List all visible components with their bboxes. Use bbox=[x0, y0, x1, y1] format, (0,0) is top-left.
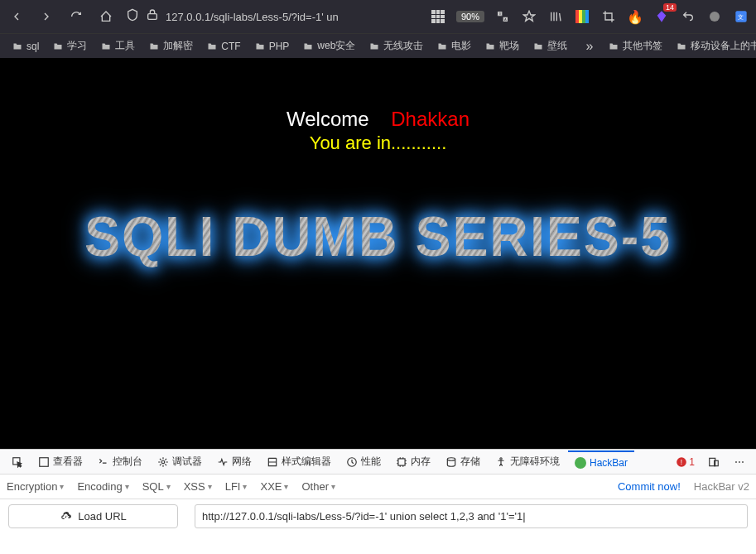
svg-point-3 bbox=[710, 12, 720, 22]
sqli-title: SQLI DUMB SERIES-5 bbox=[19, 204, 737, 268]
zoom-level[interactable]: 90% bbox=[456, 11, 484, 22]
browser-toolbar: 127.0.0.1/sqli-labs/Less-5/?id=-1' un 90… bbox=[0, 0, 756, 33]
welcome-name: Dhakkan bbox=[391, 108, 469, 130]
devtools-tab-debugger[interactable]: 调试器 bbox=[151, 450, 209, 474]
hackbar-toolbar: Encryption Encoding SQL XSS LFI XXE Othe… bbox=[0, 474, 756, 499]
hb-lfi[interactable]: LFI bbox=[225, 480, 248, 493]
shield-icon bbox=[126, 8, 139, 25]
bookmarks-overflow[interactable]: » bbox=[579, 39, 600, 54]
devtools-tab-inspector[interactable]: 查看器 bbox=[31, 450, 89, 474]
bookmark-mobile[interactable]: 移动设备上的书 bbox=[671, 37, 756, 55]
hb-encryption[interactable]: Encryption bbox=[7, 480, 64, 493]
devtools-tab-style[interactable]: 样式编辑器 bbox=[260, 450, 338, 474]
svg-text:!: ! bbox=[681, 458, 682, 465]
hackbar-icon bbox=[575, 457, 586, 469]
svg-text:文: 文 bbox=[498, 12, 502, 16]
svg-point-8 bbox=[161, 460, 165, 464]
svg-rect-0 bbox=[148, 14, 157, 20]
hb-encoding[interactable]: Encoding bbox=[77, 480, 128, 493]
hb-sql[interactable]: SQL bbox=[142, 480, 171, 493]
bookmark-other[interactable]: 其他书签 bbox=[603, 37, 667, 55]
svg-point-12 bbox=[500, 457, 502, 459]
hackbar-url-input[interactable] bbox=[195, 504, 748, 528]
star-icon[interactable] bbox=[521, 8, 537, 25]
globe-icon[interactable] bbox=[706, 8, 723, 25]
bookmark-wireless[interactable]: 无线攻击 bbox=[364, 37, 428, 55]
devtools-tabs: 查看器 控制台 调试器 网络 样式编辑器 性能 内存 存储 无障碍环境 Hack… bbox=[0, 449, 756, 474]
hb-xss[interactable]: XSS bbox=[184, 480, 212, 493]
welcome-row: Welcome Dhakkan bbox=[0, 108, 756, 131]
nav-forward-button[interactable] bbox=[36, 7, 56, 26]
fire-icon[interactable]: 🔥 bbox=[627, 8, 643, 25]
svg-text:文: 文 bbox=[738, 13, 744, 21]
hackbar-bottom: Load URL bbox=[0, 499, 756, 554]
translate2-icon[interactable]: 文 bbox=[733, 8, 749, 25]
hackbar-version: HackBar v2 bbox=[694, 480, 749, 493]
crop-icon[interactable] bbox=[600, 8, 617, 25]
devtools-tab-accessibility[interactable]: 无障碍环境 bbox=[489, 450, 566, 474]
bookmark-movies[interactable]: 电影 bbox=[431, 37, 476, 55]
hb-xxe[interactable]: XXE bbox=[260, 480, 288, 493]
svg-rect-7 bbox=[40, 457, 49, 466]
devtools-inspector-picker[interactable] bbox=[5, 450, 30, 474]
bookmark-websec[interactable]: web安全 bbox=[297, 37, 360, 55]
welcome-text: Welcome bbox=[287, 108, 369, 130]
devtools-tab-console[interactable]: 控制台 bbox=[91, 450, 149, 474]
commit-link[interactable]: Commit now! bbox=[618, 480, 681, 493]
bookmark-crypto[interactable]: 加解密 bbox=[143, 37, 198, 55]
svg-rect-10 bbox=[398, 458, 405, 465]
url-bar[interactable]: 127.0.0.1/sqli-labs/Less-5/?id=-1' un bbox=[126, 8, 420, 25]
bookmark-ctf[interactable]: CTF bbox=[201, 39, 245, 54]
page-content: Welcome Dhakkan You are in........... SQ… bbox=[0, 58, 756, 449]
lock-icon bbox=[146, 8, 159, 25]
you-are-in-text: You are in........... bbox=[0, 132, 756, 154]
badge-count: 14 bbox=[663, 3, 677, 12]
bookmark-sql[interactable]: sql bbox=[7, 39, 44, 54]
bookmarks-bar: sql 学习 工具 加解密 CTF PHP web安全 无线攻击 电影 靶场 壁… bbox=[0, 33, 756, 58]
translate-icon[interactable]: 文A bbox=[494, 8, 511, 25]
devtools-tab-storage[interactable]: 存储 bbox=[439, 450, 487, 474]
devtools-tab-network[interactable]: 网络 bbox=[210, 450, 258, 474]
error-count[interactable]: ! 1 bbox=[671, 456, 700, 468]
bookmark-wallpaper[interactable]: 壁纸 bbox=[527, 37, 572, 55]
svg-point-11 bbox=[447, 457, 455, 460]
library-icon[interactable] bbox=[547, 8, 564, 25]
devtools-tab-memory[interactable]: 内存 bbox=[389, 450, 437, 474]
bookmark-targets[interactable]: 靶场 bbox=[479, 37, 524, 55]
rainbow-icon[interactable] bbox=[574, 8, 590, 25]
devtools-more-icon[interactable]: ⋯ bbox=[728, 450, 751, 474]
qr-icon[interactable] bbox=[430, 8, 446, 25]
reload-button[interactable] bbox=[66, 7, 86, 26]
devtools-tab-hackbar[interactable]: HackBar bbox=[568, 450, 634, 474]
url-text: 127.0.0.1/sqli-labs/Less-5/?id=-1' un bbox=[166, 11, 339, 23]
devtools-tab-performance[interactable]: 性能 bbox=[339, 450, 388, 474]
nav-back-button[interactable] bbox=[7, 7, 26, 26]
hb-other[interactable]: Other bbox=[301, 480, 335, 493]
diamond-icon[interactable]: 14 bbox=[653, 8, 670, 25]
bookmark-php[interactable]: PHP bbox=[249, 39, 295, 54]
home-button[interactable] bbox=[96, 7, 116, 26]
devtools-responsive-icon[interactable] bbox=[701, 450, 726, 474]
load-url-button[interactable]: Load URL bbox=[8, 504, 178, 528]
bookmark-study[interactable]: 学习 bbox=[47, 37, 92, 55]
cloud-download-icon bbox=[60, 511, 73, 523]
bookmark-tools[interactable]: 工具 bbox=[95, 37, 140, 55]
undo-icon[interactable] bbox=[680, 8, 696, 25]
svg-text:A: A bbox=[504, 17, 507, 22]
